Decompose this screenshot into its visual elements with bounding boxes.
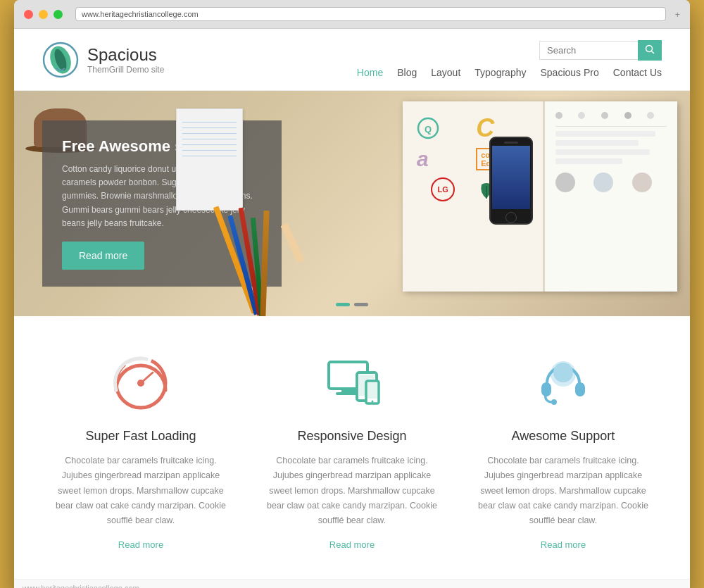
nav-link-home[interactable]: Home: [357, 67, 383, 78]
notebook: [176, 108, 243, 211]
nav-link-layout[interactable]: Layout: [431, 67, 460, 78]
svg-line-4: [652, 51, 655, 54]
nav-item-contact[interactable]: Contact Us: [613, 66, 662, 79]
nav-link-spacious-pro[interactable]: Spacious Pro: [540, 67, 598, 78]
search-button[interactable]: [638, 40, 662, 61]
responsive-design-icon: [320, 351, 384, 415]
search-bar: [539, 40, 662, 61]
logo-area: Spacious ThemGrill Demo site: [42, 42, 164, 78]
website-content: Spacious ThemGrill Demo site: [14, 29, 690, 588]
slider-dot-2[interactable]: [354, 303, 368, 306]
nav-item-home[interactable]: Home: [357, 66, 383, 79]
logo-text: Spacious ThemGrill Demo site: [87, 45, 164, 75]
support-title: Awesome Support: [472, 429, 655, 444]
svg-rect-12: [341, 389, 356, 392]
headset-icon: [532, 351, 595, 415]
nav-link-typography[interactable]: Typography: [474, 67, 526, 78]
url-bar[interactable]: www.heritagechristiancollege.com: [75, 7, 666, 21]
site-subtitle: ThemGrill Demo site: [87, 65, 164, 75]
logo-icon: [42, 42, 79, 78]
svg-point-27: [553, 363, 573, 382]
main-nav: Home Blog Layout Typography Spacious Pro…: [357, 66, 662, 79]
header-right: Home Blog Layout Typography Spacious Pro…: [357, 40, 662, 79]
fast-loading-icon: [109, 351, 172, 415]
minimize-button[interactable]: [39, 10, 48, 19]
quark-logo: Q: [417, 117, 439, 139]
support-icon: [532, 351, 595, 415]
site-title: Spacious: [87, 45, 164, 65]
svg-rect-25: [575, 382, 585, 396]
hero-read-more-button[interactable]: Read more: [62, 242, 144, 270]
svg-line-10: [141, 373, 153, 383]
fast-loading-read-more[interactable]: Read more: [118, 539, 163, 550]
nav-item-typography[interactable]: Typography: [474, 66, 526, 79]
hero-slider: Q C a conEdison LG: [14, 91, 690, 316]
nav-menu: Home Blog Layout Typography Spacious Pro…: [357, 66, 662, 79]
browser-window: www.heritagechristiancollege.com + Spaci…: [14, 0, 690, 588]
footer-url-bar: www.heritagechristiancollege.com: [14, 579, 690, 588]
responsive-read-more[interactable]: Read more: [329, 539, 375, 550]
slider-dot-1[interactable]: [336, 303, 350, 306]
nav-item-layout[interactable]: Layout: [431, 66, 460, 79]
hero-background: Q C a conEdison LG: [14, 91, 690, 316]
nav-item-spacious-pro[interactable]: Spacious Pro: [540, 66, 598, 79]
svg-point-21: [372, 401, 374, 403]
search-input[interactable]: [539, 41, 638, 60]
features-section: Super Fast Loading Chocolate bar caramel…: [14, 316, 690, 579]
svg-point-26: [551, 399, 557, 405]
nav-link-contact[interactable]: Contact Us: [613, 67, 662, 78]
phone-mockup: [489, 137, 533, 225]
responsive-title: Responsive Design: [260, 429, 444, 444]
support-desc: Chocolate bar caramels fruitcake icing. …: [472, 453, 655, 528]
close-button[interactable]: [24, 10, 33, 19]
responsive-icon: [320, 351, 384, 415]
eraser: [280, 223, 304, 263]
svg-rect-19: [367, 383, 377, 399]
responsive-desc: Chocolate bar caramels fruitcake icing. …: [260, 453, 444, 528]
feature-responsive: Responsive Design Chocolate bar caramels…: [260, 351, 444, 551]
feature-support: Awesome Support Chocolate bar caramels f…: [472, 351, 655, 551]
speedometer-icon: [109, 351, 172, 415]
open-book: Q C a conEdison LG: [403, 101, 677, 292]
svg-text:Q: Q: [425, 124, 432, 135]
search-icon: [645, 44, 655, 54]
svg-point-3: [646, 46, 653, 52]
support-read-more[interactable]: Read more: [541, 539, 586, 550]
site-header: Spacious ThemGrill Demo site: [14, 29, 690, 91]
fast-loading-desc: Chocolate bar caramels fruitcake icing. …: [49, 453, 232, 528]
nav-link-blog[interactable]: Blog: [397, 67, 417, 78]
fast-loading-title: Super Fast Loading: [49, 429, 232, 444]
nav-item-blog[interactable]: Blog: [397, 66, 417, 79]
feature-fast-loading: Super Fast Loading Chocolate bar caramel…: [49, 351, 232, 551]
hero-overlay: Free Awesome slider Cotton candy liquori…: [42, 120, 282, 287]
maximize-button[interactable]: [54, 10, 63, 19]
browser-titlebar: www.heritagechristiancollege.com +: [14, 0, 690, 29]
slider-dots: [336, 303, 368, 306]
